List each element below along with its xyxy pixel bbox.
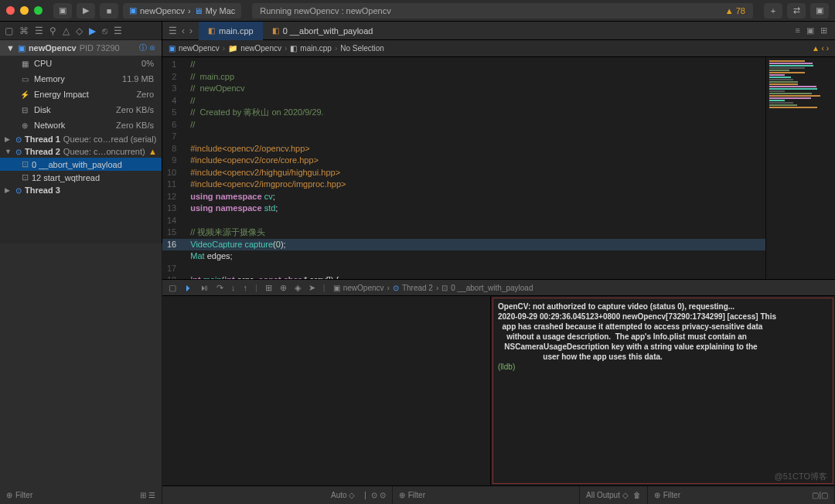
scm-icon[interactable]: ⌘ — [19, 26, 29, 36]
add-button[interactable]: + — [764, 3, 782, 19]
stack-frame[interactable]: ⊡ 12 start_wqthread — [0, 171, 162, 184]
thread-row[interactable]: ▶⊙Thread 1 Queue: co…read (serial) — [0, 133, 162, 145]
scheme-name: newOpencv — [140, 6, 185, 15]
back-button[interactable]: ‹ — [182, 26, 185, 36]
process-header[interactable]: ▼ ▣ newOpencv PID 73290 ⓘ ⊙ — [0, 40, 162, 56]
lldb-prompt: (lldb) — [498, 363, 515, 371]
line-gutter: 123456789101112131415161718192021 — [162, 57, 184, 279]
metric-row[interactable]: ⊕NetworkZero KB/s — [0, 117, 162, 133]
file-icon: ◧ — [290, 44, 297, 53]
console-filter-input[interactable]: ⊕ Filter — [654, 491, 680, 499]
jump-bar[interactable]: ▣ newOpencv› 📁 newOpencv› ◧ main.cpp› No… — [162, 40, 835, 57]
metric-row[interactable]: ⚡Energy ImpactZero — [0, 87, 162, 102]
status-text: Running newOpencv : newOpencv — [260, 6, 390, 15]
sidebar-toggle-icon[interactable]: ▣ — [53, 3, 72, 19]
env-override-icon[interactable]: ◈ — [295, 283, 301, 293]
vars-options-icon[interactable]: ⊙ ⊙ — [371, 491, 386, 499]
crumb-file[interactable]: main.cpp — [300, 44, 332, 53]
app-icon: ▣ — [18, 43, 26, 53]
step-over-icon[interactable]: ↷ — [216, 283, 223, 293]
find-icon[interactable]: ⚲ — [49, 26, 56, 36]
thread-row[interactable]: ▼⊙Thread 2 Queue: c…oncurrent)▲ — [0, 145, 162, 158]
editor-tab-bar: ☰ ‹ › ◧main.cpp◧0 __abort_with_payload ≡… — [162, 22, 835, 40]
assistant-icon[interactable]: ▣ — [806, 26, 814, 36]
continue-icon[interactable]: ⏯ — [200, 283, 209, 292]
code-content[interactable]: // // main.cpp // newOpencv // // Create… — [184, 57, 765, 279]
device-name: My Mac — [206, 6, 236, 15]
chevron-right-icon: › — [188, 6, 191, 15]
vars-filter-input[interactable]: ⊕ Filter — [399, 491, 425, 499]
disclosure-icon: ▼ — [6, 43, 15, 53]
file-warning-icon[interactable]: ▲ ‹ › — [812, 44, 829, 53]
related-items-icon[interactable]: ☰ — [169, 26, 177, 36]
watermark: @51CTO博客 — [775, 471, 827, 482]
breakpoint-icon[interactable]: ⎋ — [102, 26, 107, 36]
device-icon: 🖥 — [194, 6, 203, 15]
step-out-icon[interactable]: ↑ — [244, 283, 248, 292]
code-review-icon[interactable]: ⇄ — [787, 3, 806, 19]
pid-label: PID 73290 — [80, 43, 120, 53]
stop-button[interactable]: ■ — [100, 3, 118, 19]
navigator-selector: ▢ ⌘ ☰ ⚲ △ ◇ ▶ ⎋ ☰ — [0, 22, 162, 40]
clear-console-icon[interactable]: 🗑 — [633, 491, 641, 499]
report-icon[interactable]: ☰ — [114, 26, 122, 36]
process-name: newOpencv — [29, 43, 77, 53]
metric-row[interactable]: ▭Memory11.9 MB — [0, 71, 162, 87]
code-editor[interactable]: 123456789101112131415161718192021 // // … — [162, 57, 765, 279]
titlebar: ▣ ▶ ■ ▣ newOpencv › 🖥 My Mac Running new… — [0, 0, 835, 22]
metric-row[interactable]: ⊟DiskZero KB/s — [0, 102, 162, 117]
crumb-symbol[interactable]: No Selection — [340, 44, 384, 53]
crumb-folder[interactable]: newOpencv — [240, 44, 281, 53]
close-window[interactable] — [6, 6, 15, 15]
minimap[interactable] — [765, 57, 835, 279]
memory-graph-icon[interactable]: ⊕ — [280, 283, 287, 293]
output-selector[interactable]: All Output ◇ — [586, 491, 629, 499]
forward-button[interactable]: › — [189, 26, 193, 36]
bottom-bar: ⊕ Filter ⊞ ☰ Auto ◇ | ⊙ ⊙ ⊕ Filter All O… — [162, 485, 835, 504]
issue-icon[interactable]: △ — [63, 26, 70, 36]
app-icon: ▣ — [129, 5, 137, 15]
debug-jump-bar[interactable]: ▣newOpencv› ⊙Thread 2› ⊡0 __abort_with_p… — [333, 284, 533, 292]
breakpoints-toggle[interactable]: ⏵ — [184, 283, 193, 292]
crumb-project[interactable]: newOpencv — [179, 44, 220, 53]
split-icon[interactable]: ⊞ — [820, 26, 827, 36]
editor-tab[interactable]: ◧main.cpp — [199, 22, 263, 40]
thread-row[interactable]: ▶⊙Thread 3 — [0, 184, 162, 196]
stack-frame[interactable]: ⊡ 0 __abort_with_payload — [0, 158, 162, 171]
panel-toggle-icon[interactable]: ▣ — [810, 3, 829, 19]
editor-tab[interactable]: ◧0 __abort_with_payload — [263, 22, 383, 40]
debug-icon[interactable]: ▶ — [89, 26, 96, 36]
auto-selector[interactable]: Auto ◇ — [331, 491, 355, 499]
metric-row[interactable]: ▦CPU0% — [0, 56, 162, 71]
test-icon[interactable]: ◇ — [76, 26, 83, 36]
symbol-icon[interactable]: ☰ — [35, 26, 43, 36]
window-controls — [6, 6, 43, 15]
panel-layout-icon[interactable]: ▢|▢ — [812, 491, 828, 499]
location-icon[interactable]: ➤ — [308, 283, 315, 293]
activity-status: Running newOpencv : newOpencv ▲ 78 — [252, 3, 753, 19]
hide-debug-icon[interactable]: ▢ — [169, 283, 176, 293]
info-icon[interactable]: ⓘ ⊙ — [139, 43, 155, 53]
step-into-icon[interactable]: ↓ — [231, 283, 236, 292]
console-output[interactable]: OpenCV: not authorized to capture video … — [492, 298, 833, 484]
folder-icon[interactable]: ▢ — [5, 26, 13, 36]
editor-options-icon[interactable]: ≡ — [796, 26, 800, 36]
scheme-selector[interactable]: ▣ newOpencv › 🖥 My Mac — [123, 3, 241, 19]
run-button[interactable]: ▶ — [77, 3, 95, 19]
project-icon: ▣ — [169, 44, 176, 53]
debug-bar: ▢ ⏵ ⏯ ↷ ↓ ↑ | ⊞ ⊕ ◈ ➤ | ▣newOpencv› ⊙Thr… — [162, 279, 835, 296]
folder-icon: 📁 — [228, 44, 237, 53]
zoom-window[interactable] — [34, 6, 43, 15]
warning-count[interactable]: ▲ 78 — [725, 6, 745, 15]
variables-view[interactable] — [162, 296, 491, 485]
debug-view-icon[interactable]: ⊞ — [265, 283, 272, 293]
console-view: OpenCV: not authorized to capture video … — [491, 296, 835, 485]
minimize-window[interactable] — [20, 6, 29, 15]
